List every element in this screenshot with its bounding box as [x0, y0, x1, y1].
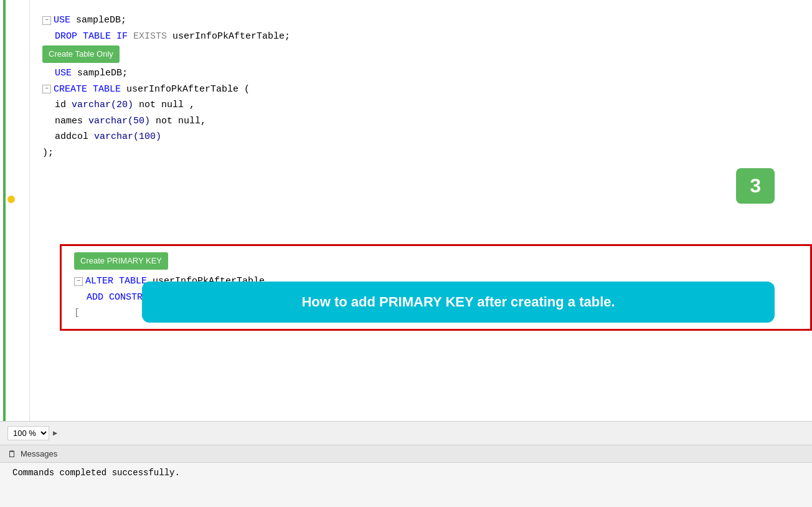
kw-use-2: USE — [55, 65, 77, 82]
collapse-icon-alter[interactable]: − — [74, 277, 83, 286]
kw-exists: EXISTS — [133, 29, 172, 45]
kw-use-1: USE — [54, 12, 76, 29]
code-line-addcol: addcol varchar(100) — [42, 129, 800, 145]
code-addcol: addcol — [55, 129, 94, 145]
code-notnull-id: not null , — [139, 97, 195, 113]
left-bar — [0, 0, 30, 421]
code-bracket: [ — [74, 305, 80, 321]
code-sampledb-1: sampleDB; — [76, 12, 126, 29]
kw-create: CREATE — [54, 82, 93, 98]
code-line-create: −CREATE TABLE userInfoPkAfterTable ( — [42, 82, 800, 98]
badge-create-table-only-line: Create Table Only — [42, 45, 800, 64]
yellow-dot — [7, 196, 15, 203]
scroll-left-arrow[interactable]: ▶ — [53, 429, 57, 438]
code-sampledb-2: sampleDB; — [77, 65, 128, 82]
messages-body: Commands completed successfully. — [0, 463, 812, 483]
bottom-bar: 75 % 100 % 125 % 150 % ▶ — [0, 421, 812, 445]
code-content: −USE sampleDB; DROP TABLE IF EXISTS user… — [30, 0, 812, 421]
code-line-close-paren: ); — [42, 145, 800, 161]
badge-create-table-only[interactable]: Create Table Only — [42, 45, 120, 63]
messages-header-label: Messages — [21, 449, 57, 458]
code-varchar-id: varchar(20) — [72, 97, 139, 113]
cyan-banner: How to add PRIMARY KEY after creating a … — [142, 282, 775, 323]
code-line-drop: DROP TABLE IF EXISTS userInfoPkAfterTabl… — [42, 29, 800, 45]
code-line-use2: USE sampleDB; — [42, 65, 800, 82]
code-table-name-drop: userInfoPkAfterTable; — [172, 29, 290, 45]
code-names: names — [55, 113, 88, 130]
badge-create-pk-line: Create PRIMARY KEY — [74, 252, 798, 271]
code-varchar-names: varchar(50) — [88, 113, 156, 130]
kw-table: TABLE — [93, 82, 126, 98]
messages-icon: 🗒 — [7, 448, 17, 459]
editor-area: −USE sampleDB; DROP TABLE IF EXISTS user… — [0, 0, 812, 421]
code-close-paren: ); — [42, 145, 54, 161]
badge-number-3: 3 — [736, 168, 775, 204]
code-line-use: −USE sampleDB; — [42, 12, 800, 29]
code-id: id — [55, 97, 72, 113]
messages-text: Commands completed successfully. — [12, 468, 180, 478]
kw-drop: DROP TABLE IF — [55, 29, 133, 45]
code-varchar-addcol: varchar(100) — [94, 129, 161, 145]
messages-panel: 🗒 Messages Commands completed successful… — [0, 445, 812, 507]
collapse-icon-2[interactable]: − — [42, 85, 51, 93]
code-notnull-names: not null, — [156, 113, 206, 130]
badge-create-pk[interactable]: Create PRIMARY KEY — [74, 252, 168, 270]
code-table-name-create: userInfoPkAfterTable ( — [126, 82, 250, 98]
green-line — [3, 0, 6, 421]
collapse-icon-1[interactable]: − — [42, 16, 51, 25]
messages-header: 🗒 Messages — [0, 445, 812, 463]
code-line-id: id varchar(20) not null , — [42, 97, 800, 113]
code-line-names: names varchar(50) not null, — [42, 113, 800, 130]
zoom-select[interactable]: 75 % 100 % 125 % 150 % — [7, 426, 49, 440]
